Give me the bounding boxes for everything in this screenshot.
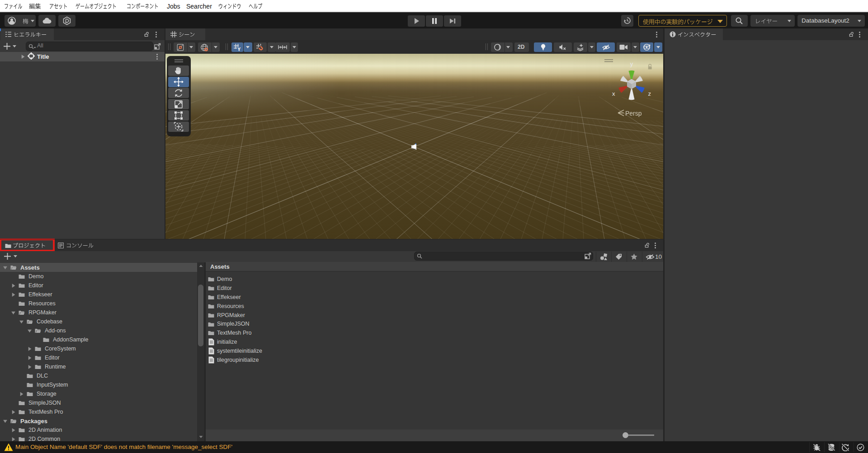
svg-text:x: x	[612, 90, 615, 97]
svg-text:y: y	[630, 61, 633, 67]
svg-text:z: z	[648, 90, 651, 97]
svg-text:Persp: Persp	[625, 110, 642, 117]
svg-text:Y: Y	[237, 47, 241, 51]
